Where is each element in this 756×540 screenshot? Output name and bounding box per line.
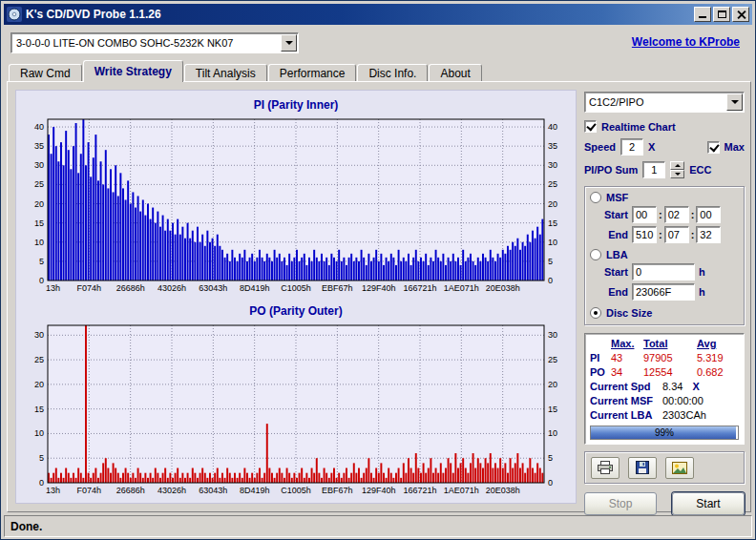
spin-down-button[interactable]: [670, 170, 684, 178]
svg-text:20: 20: [34, 380, 44, 389]
start-button[interactable]: Start: [672, 492, 745, 515]
svg-text:8D419h: 8D419h: [240, 486, 270, 495]
current-msf-value: 00:00:00: [662, 394, 704, 408]
svg-text:20E038h: 20E038h: [486, 283, 520, 293]
svg-text:40: 40: [34, 122, 44, 132]
svg-text:C1005h: C1005h: [281, 283, 311, 293]
status-bar: Done.: [4, 515, 752, 537]
stats-po-total: 12554: [643, 365, 697, 380]
stats-po-label: PO: [590, 365, 611, 380]
minimize-button[interactable]: [694, 7, 711, 22]
svg-text:0: 0: [39, 478, 44, 488]
msf-label: MSF: [606, 192, 628, 203]
svg-text:25: 25: [34, 179, 44, 189]
stats-header-total: Total: [643, 337, 697, 351]
svg-text:5: 5: [548, 257, 553, 266]
svg-text:10: 10: [548, 238, 557, 247]
app-icon: [7, 7, 22, 22]
window-title: K's CD/DVD Probe 1.1.26: [26, 8, 692, 21]
controls-panel: C1C2/PIPO Realtime Chart Speed 2 X Max P…: [584, 92, 745, 508]
close-button[interactable]: [732, 7, 749, 22]
msf-start-frame-field[interactable]: 00: [696, 206, 721, 223]
svg-text:5: 5: [548, 453, 553, 463]
action-buttons: Stop Start: [584, 492, 745, 515]
stats-header-max: Max.: [611, 337, 643, 351]
svg-text:5: 5: [39, 453, 44, 463]
export-image-button[interactable]: [665, 457, 694, 479]
svg-text:1AE071h: 1AE071h: [444, 486, 479, 495]
image-icon: [672, 462, 687, 474]
svg-text:26686h: 26686h: [116, 283, 145, 293]
msf-start-min-field[interactable]: 00: [632, 206, 657, 223]
stats-pi-total: 97905: [643, 351, 697, 365]
save-button[interactable]: [628, 457, 657, 479]
charts-area: PI (Parity Inner) 0055101015152020252530…: [15, 90, 577, 504]
po-chart-panel: PO (Parity Outer) 0055101015152020252530…: [19, 302, 573, 497]
mode-selector[interactable]: C1C2/PIPO: [584, 92, 745, 113]
colon-separator: :: [659, 209, 662, 220]
ecc-label: ECC: [689, 164, 711, 176]
svg-text:30: 30: [34, 160, 44, 170]
disc-size-radio[interactable]: [590, 307, 601, 319]
mode-selector-arrow-button[interactable]: [726, 93, 743, 111]
stop-button[interactable]: Stop: [584, 492, 657, 515]
speed-field[interactable]: 2: [620, 138, 643, 156]
msf-end-sec-field[interactable]: 07: [664, 226, 689, 243]
tab-performance[interactable]: Performance: [268, 64, 357, 81]
drive-selector-arrow-button[interactable]: [281, 34, 297, 52]
print-button[interactable]: [591, 457, 620, 479]
lba-end-field[interactable]: 23066F: [632, 283, 695, 301]
svg-text:35: 35: [34, 141, 44, 151]
lba-start-field[interactable]: 0: [632, 263, 695, 280]
pipo-sum-label: PI/PO Sum: [584, 164, 638, 176]
msf-radio[interactable]: [590, 192, 601, 203]
svg-text:166721h: 166721h: [403, 283, 436, 293]
tab-about[interactable]: About: [429, 64, 481, 81]
svg-text:15: 15: [548, 218, 557, 228]
drive-selector[interactable]: 3-0-0-0 LITE-ON COMBO SOHC-5232K NK07: [10, 32, 299, 53]
speed-unit-label: X: [648, 141, 655, 153]
current-speed-value: 8.34: [662, 380, 682, 394]
svg-text:43026h: 43026h: [158, 486, 186, 495]
svg-text:F074h: F074h: [77, 283, 102, 293]
chevron-down-icon: [675, 173, 681, 176]
msf-end-min-field[interactable]: 510: [632, 226, 657, 243]
msf-end-frame-field[interactable]: 32: [696, 226, 721, 243]
tab-write-strategy[interactable]: Write Strategy: [83, 60, 183, 82]
tab-tilt-analysis[interactable]: Tilt Analysis: [184, 64, 267, 81]
spin-up-button[interactable]: [670, 161, 684, 170]
chevron-down-icon: [731, 100, 739, 104]
minimize-icon: [699, 16, 706, 18]
svg-text:43026h: 43026h: [158, 283, 186, 293]
tools-group: [584, 451, 745, 484]
svg-text:20: 20: [548, 380, 557, 389]
max-speed-checkbox[interactable]: [707, 141, 720, 154]
svg-text:1AE071h: 1AE071h: [444, 283, 479, 293]
tab-raw-cmd[interactable]: Raw Cmd: [9, 64, 82, 81]
tab-disc-info[interactable]: Disc Info.: [357, 64, 428, 81]
svg-text:F074h: F074h: [77, 486, 102, 495]
svg-text:25: 25: [548, 179, 557, 189]
close-icon: [737, 10, 746, 19]
svg-text:63043h: 63043h: [199, 486, 227, 495]
pi-chart-title: PI (Parity Inner): [19, 96, 573, 114]
current-msf-label: Current MSF: [590, 394, 662, 408]
realtime-chart-checkbox[interactable]: [584, 120, 597, 133]
svg-text:C1005h: C1005h: [281, 486, 311, 495]
svg-text:26686h: 26686h: [116, 486, 145, 495]
max-speed-label: Max: [724, 141, 745, 153]
welcome-link[interactable]: Welcome to KProbe: [632, 35, 740, 49]
pipo-sum-spinner[interactable]: [670, 161, 684, 178]
msf-start-label: Start: [599, 209, 628, 220]
pipo-sum-field[interactable]: 1: [642, 161, 665, 178]
current-lba-value: 2303CAh: [662, 408, 706, 423]
drive-selector-value: 3-0-0-0 LITE-ON COMBO SOHC-5232K NK07: [16, 37, 281, 49]
titlebar[interactable]: K's CD/DVD Probe 1.1.26: [4, 4, 752, 25]
svg-text:30: 30: [548, 330, 557, 340]
maximize-button[interactable]: [713, 7, 730, 22]
lba-start-label: Start: [599, 266, 628, 278]
msf-end-label: End: [599, 229, 628, 240]
msf-start-sec-field[interactable]: 02: [664, 206, 689, 223]
tabstrip: Raw Cmd Write Strategy Tilt Analysis Per…: [9, 60, 483, 81]
lba-radio[interactable]: [590, 249, 601, 260]
